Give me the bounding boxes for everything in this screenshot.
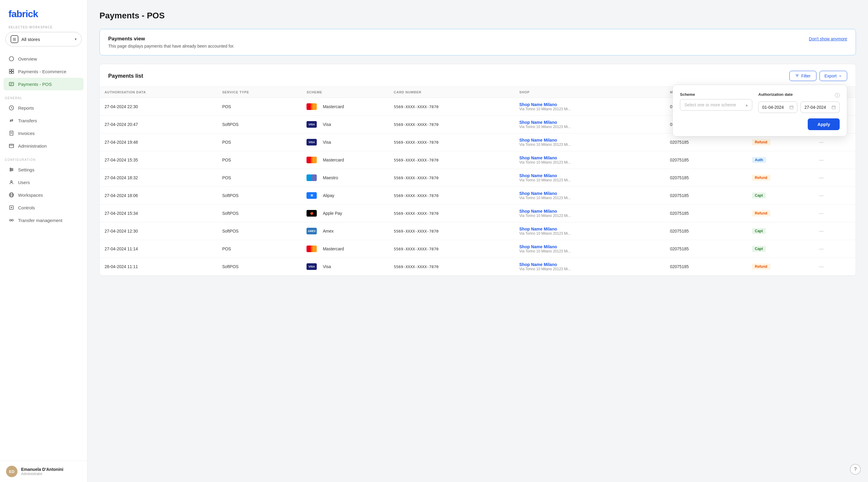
apply-button[interactable]: Apply	[808, 118, 840, 130]
cell-merchant: 02075185	[665, 187, 747, 204]
cell-card: 5569-XXXX-XXXX-7870	[389, 258, 515, 276]
cell-service-type: SoftPOS	[217, 222, 302, 240]
more-button[interactable]: ···	[817, 227, 826, 235]
sidebar-item-payments-pos[interactable]: Payments - POS	[4, 78, 84, 90]
banner-title: Payments view	[108, 36, 235, 42]
page-title: Payments - POS	[99, 11, 856, 21]
general-section-label: GENERAL	[0, 93, 87, 101]
filter-button[interactable]: Filter	[789, 71, 816, 81]
cell-shop: Shop Name Milano Via Torino 10 Milano 20…	[515, 98, 655, 116]
cell-card: 5569-XXXX-XXXX-7870	[389, 169, 515, 187]
header-actions: Filter Export	[789, 71, 847, 81]
more-button[interactable]: ···	[817, 209, 826, 218]
cell-service-type: POS	[217, 98, 302, 116]
sidebar-item-transfer-management[interactable]: Transfer management	[4, 214, 84, 227]
cell-merchant: 02075185	[665, 204, 747, 222]
cell-shop-spacer	[655, 258, 665, 276]
info-icon[interactable]: ⓘ	[835, 93, 840, 99]
more-button[interactable]: ···	[817, 191, 826, 200]
table-row: 27-04-2024 18:06 SoftPOS ⌘ Alipay 5569-X…	[100, 187, 856, 204]
sidebar-item-label: Payments - Ecommerce	[18, 69, 66, 74]
table-row: 27-04-2024 18:32 POS Maestro 5569-XXXX-X…	[100, 169, 856, 187]
sidebar-item-label: Transfers	[18, 118, 37, 123]
sidebar-item-reports[interactable]: Reports	[4, 101, 84, 114]
cell-more[interactable]: ···	[812, 204, 856, 222]
cell-more[interactable]: ···	[812, 151, 856, 169]
more-button[interactable]: ···	[817, 262, 826, 271]
workspace-selector[interactable]: ⊞ All stores ▾	[5, 32, 82, 46]
cell-event: Capt	[747, 222, 812, 240]
sidebar-item-invoices[interactable]: Invoices	[4, 127, 84, 139]
date-to-value: 27-04-2024	[804, 105, 826, 110]
payments-card-header: Payments list Filter Export	[100, 64, 856, 87]
scheme-select[interactable]: Select one or more scheme ▴	[680, 99, 752, 110]
cell-more[interactable]: ···	[812, 169, 856, 187]
cell-auth-date: 27-04-2024 18:06	[100, 187, 217, 204]
help-button[interactable]: ?	[850, 464, 861, 475]
invoices-icon	[8, 130, 14, 136]
sidebar-item-label: Transfer management	[18, 218, 62, 223]
cell-merchant: 02075185	[665, 169, 747, 187]
cell-more[interactable]: ···	[812, 258, 856, 276]
transfers-icon	[8, 118, 14, 124]
calendar-icon	[832, 105, 836, 109]
cell-auth-date: 27-04-2024 15:35	[100, 151, 217, 169]
cell-service-type: POS	[217, 169, 302, 187]
sidebar-item-settings[interactable]: Settings	[4, 163, 84, 176]
svg-rect-2	[12, 69, 13, 71]
more-button[interactable]: ···	[817, 245, 826, 253]
cell-shop: Shop Name Milano Via Torino 10 Milano 20…	[515, 222, 655, 240]
svg-point-24	[10, 219, 11, 221]
cell-scheme-name: Visa	[318, 133, 389, 151]
more-button[interactable]: ···	[817, 173, 826, 182]
date-from-input[interactable]: 01-04-2024	[758, 101, 798, 113]
more-button[interactable]: ···	[817, 138, 826, 147]
cell-scheme-name: Visa	[318, 116, 389, 133]
svg-point-19	[10, 181, 12, 182]
cell-auth-date: 28-04-2024 11:11	[100, 258, 217, 276]
col-service-type: SERVICE TYPE	[217, 87, 302, 98]
calendar-icon	[789, 105, 794, 109]
cell-scheme-logo: AMEX	[302, 222, 318, 240]
svg-rect-1	[9, 69, 11, 71]
cell-more[interactable]: ···	[812, 222, 856, 240]
table-row: 28-04-2024 11:11 SoftPOS VISA Visa 5569-…	[100, 258, 856, 276]
export-button[interactable]: Export	[819, 71, 847, 81]
cell-event: Auth	[747, 151, 812, 169]
cell-scheme-name: Maestro	[318, 169, 389, 187]
sidebar-item-controls[interactable]: Controls	[4, 201, 84, 214]
date-to-input[interactable]: 27-04-2024	[801, 101, 840, 113]
svg-rect-27	[789, 106, 793, 109]
table-row: 27-04-2024 11:14 POS Mastercard 5569-XXX…	[100, 240, 856, 258]
sidebar-item-workspaces[interactable]: Workspaces	[4, 189, 84, 201]
cell-shop-spacer	[655, 169, 665, 187]
sidebar-item-payments-ecommerce[interactable]: Payments - Ecommerce	[4, 65, 84, 78]
cell-more[interactable]: ···	[812, 187, 856, 204]
cell-scheme-name: Apple Pay	[318, 204, 389, 222]
sidebar-item-label: Reports	[18, 105, 34, 110]
auth-date-label: Authorization date	[758, 92, 793, 97]
sidebar-item-label: Users	[18, 180, 30, 185]
col-auth-date: AUTHORISATION DATA	[100, 87, 217, 98]
cell-shop-spacer	[655, 222, 665, 240]
main-content: Payments - POS Payments view This page d…	[87, 0, 868, 482]
sidebar-item-label: Payments - POS	[18, 82, 52, 87]
filter-overlay: Scheme Select one or more scheme ▴ Autho…	[673, 85, 847, 136]
sidebar-item-overview[interactable]: Overview	[4, 53, 84, 65]
dont-show-link[interactable]: Don't show anymore	[809, 36, 847, 41]
cell-merchant: 02075185	[665, 222, 747, 240]
cell-scheme-name: Mastercard	[318, 151, 389, 169]
cell-event: Refund	[747, 258, 812, 276]
cell-shop: Shop Name Milano Via Torino 10 Milano 20…	[515, 258, 655, 276]
cell-more[interactable]: ···	[812, 240, 856, 258]
sidebar-item-users[interactable]: Users	[4, 176, 84, 189]
sidebar-item-label: Controls	[18, 205, 35, 210]
svg-point-16	[10, 168, 11, 169]
cell-shop-spacer	[655, 98, 665, 116]
cell-service-type: POS	[217, 151, 302, 169]
sidebar-item-transfers[interactable]: Transfers	[4, 114, 84, 127]
cell-shop: Shop Name Milano Via Torino 10 Milano 20…	[515, 187, 655, 204]
filter-icon	[795, 74, 799, 78]
sidebar-item-administration[interactable]: Administration	[4, 139, 84, 152]
more-button[interactable]: ···	[817, 156, 826, 164]
